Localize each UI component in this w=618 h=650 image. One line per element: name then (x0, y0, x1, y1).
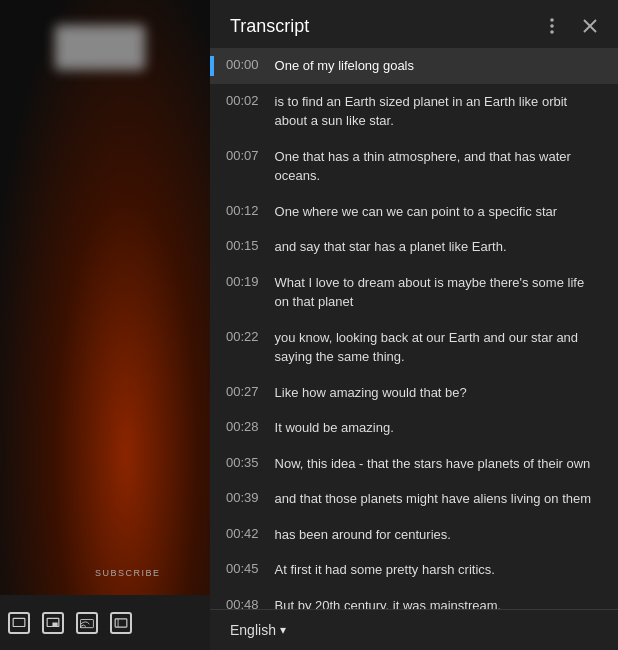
transcript-row[interactable]: 00:48But by 20th century, it was mainstr… (210, 588, 618, 610)
transcript-row[interactable]: 00:19What I love to dream about is maybe… (210, 265, 618, 320)
subscribe-button[interactable]: SUBSCRIBE (95, 568, 161, 578)
timestamp: 00:28 (226, 418, 275, 434)
fullscreen-icon[interactable] (8, 612, 30, 634)
svg-point-9 (550, 30, 554, 34)
header-actions (540, 14, 602, 38)
timestamp: 00:00 (226, 56, 275, 72)
svg-rect-0 (13, 618, 25, 626)
svg-point-8 (550, 24, 554, 28)
transcript-text: and that those planets might have aliens… (275, 489, 602, 509)
transcript-text: has been around for centuries. (275, 525, 602, 545)
video-player: SUBSCRIBE (0, 0, 210, 650)
more-options-button[interactable] (540, 14, 564, 38)
transcript-header: Transcript (210, 0, 618, 48)
transcript-row[interactable]: 00:00One of my lifelong goals (210, 48, 618, 84)
transcript-list[interactable]: 00:00One of my lifelong goals00:02is to … (210, 48, 618, 609)
timestamp: 00:15 (226, 237, 275, 253)
transcript-row[interactable]: 00:28It would be amazing. (210, 410, 618, 446)
timestamp: 00:45 (226, 560, 275, 576)
close-button[interactable] (578, 14, 602, 38)
transcript-text: One of my lifelong goals (275, 56, 602, 76)
active-indicator (210, 56, 214, 76)
transcript-text: and say that star has a planet like Eart… (275, 237, 602, 257)
chevron-down-icon: ▾ (280, 623, 286, 637)
timestamp: 00:12 (226, 202, 275, 218)
timestamp: 00:22 (226, 328, 275, 344)
transcript-text: One where we can we can point to a speci… (275, 202, 602, 222)
transcript-row[interactable]: 00:39and that those planets might have a… (210, 481, 618, 517)
timestamp: 00:07 (226, 147, 275, 163)
transcript-text: At first it had some pretty harsh critic… (275, 560, 602, 580)
timestamp: 00:02 (226, 92, 275, 108)
transcript-row[interactable]: 00:07One that has a thin atmosphere, and… (210, 139, 618, 194)
transcript-row[interactable]: 00:45At first it had some pretty harsh c… (210, 552, 618, 588)
timestamp: 00:48 (226, 596, 275, 610)
transcript-row[interactable]: 00:35Now, this idea - that the stars hav… (210, 446, 618, 482)
timestamp: 00:39 (226, 489, 275, 505)
transcript-text: It would be amazing. (275, 418, 602, 438)
svg-rect-5 (115, 618, 127, 626)
timestamp: 00:42 (226, 525, 275, 541)
transcript-row[interactable]: 00:15and say that star has a planet like… (210, 229, 618, 265)
transcript-text: But by 20th century, it was mainstream. (275, 596, 602, 610)
miniplayer-icon[interactable] (42, 612, 64, 634)
transcript-row[interactable]: 00:02is to find an Earth sized planet in… (210, 84, 618, 139)
svg-rect-2 (52, 622, 57, 626)
language-selector[interactable]: English ▾ (230, 622, 286, 638)
video-background (0, 0, 210, 650)
channel-logo-blurred (55, 25, 145, 70)
panel-title: Transcript (230, 16, 540, 37)
player-controls-bar (0, 595, 210, 650)
transcript-row[interactable]: 00:27Like how amazing would that be? (210, 375, 618, 411)
language-label: English (230, 622, 276, 638)
theater-mode-icon[interactable] (110, 612, 132, 634)
transcript-text: Now, this idea - that the stars have pla… (275, 454, 602, 474)
transcript-panel: Transcript 00:00One of my lifelong goals… (210, 0, 618, 650)
timestamp: 00:27 (226, 383, 275, 399)
cast-icon[interactable] (76, 612, 98, 634)
transcript-text: is to find an Earth sized planet in an E… (275, 92, 602, 131)
transcript-text: One that has a thin atmosphere, and that… (275, 147, 602, 186)
timestamp: 00:19 (226, 273, 275, 289)
transcript-text: you know, looking back at our Earth and … (275, 328, 602, 367)
svg-rect-3 (81, 619, 94, 627)
transcript-text: What I love to dream about is maybe ther… (275, 273, 602, 312)
timestamp: 00:35 (226, 454, 275, 470)
svg-point-7 (550, 18, 554, 22)
transcript-row[interactable]: 00:42has been around for centuries. (210, 517, 618, 553)
transcript-row[interactable]: 00:12One where we can we can point to a … (210, 194, 618, 230)
transcript-text: Like how amazing would that be? (275, 383, 602, 403)
transcript-row[interactable]: 00:22you know, looking back at our Earth… (210, 320, 618, 375)
transcript-footer: English ▾ (210, 609, 618, 650)
